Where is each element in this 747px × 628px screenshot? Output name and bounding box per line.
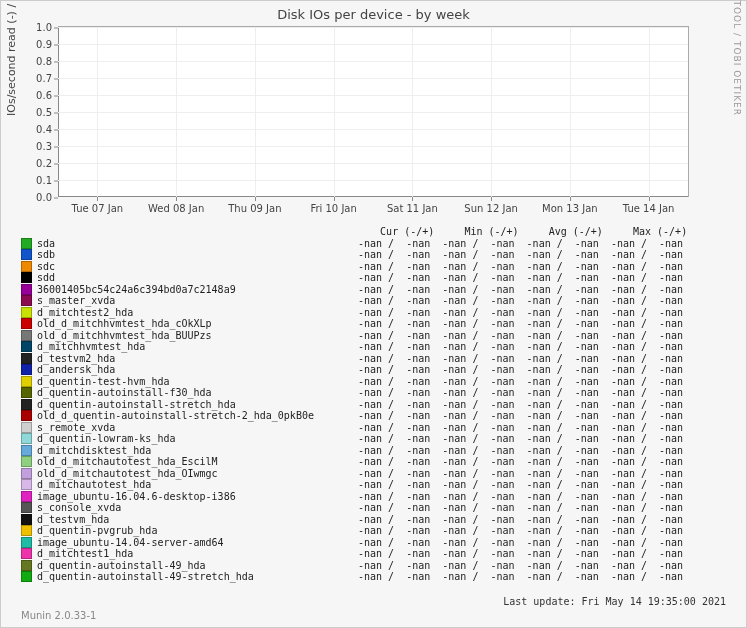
series-name: old_d_mitchhvmtest_hda_cOkXLp xyxy=(37,318,352,330)
series-values: -nan / -nan -nan / -nan -nan / -nan -nan… xyxy=(352,560,733,572)
legend-swatch xyxy=(21,525,32,536)
legend-row: d_testvm_hda -nan / -nan -nan / -nan -na… xyxy=(21,514,733,526)
series-name: d_mitchdisktest_hda xyxy=(37,445,352,457)
series-name: d_quentin-test-hvm_hda xyxy=(37,376,352,388)
y-tick: 0.3 xyxy=(36,141,52,152)
series-name: old_d_mitchautotest_hda_EscilM xyxy=(37,456,352,468)
legend-row: d_testvm2_hda -nan / -nan -nan / -nan -n… xyxy=(21,353,733,365)
legend-swatch xyxy=(21,514,32,525)
series-name: d_quentin-autoinstall-stretch_hda xyxy=(37,399,352,411)
x-tick: Tue 07 Jan xyxy=(72,203,124,214)
series-values: -nan / -nan -nan / -nan -nan / -nan -nan… xyxy=(352,238,733,250)
y-tick: 0.9 xyxy=(36,39,52,50)
legend-swatch xyxy=(21,422,32,433)
y-tick: 0.1 xyxy=(36,175,52,186)
series-name: d_andersk_hda xyxy=(37,364,352,376)
legend-swatch xyxy=(21,341,32,352)
legend-swatch xyxy=(21,387,32,398)
legend-swatch xyxy=(21,468,32,479)
series-values: -nan / -nan -nan / -nan -nan / -nan -nan… xyxy=(352,387,733,399)
legend-row: old_d_quentin-autoinstall-stretch-2_hda_… xyxy=(21,410,733,422)
legend-swatch xyxy=(21,560,32,571)
legend-swatch xyxy=(21,376,32,387)
series-values: -nan / -nan -nan / -nan -nan / -nan -nan… xyxy=(352,502,733,514)
series-values: -nan / -nan -nan / -nan -nan / -nan -nan… xyxy=(352,272,733,284)
series-values: -nan / -nan -nan / -nan -nan / -nan -nan… xyxy=(352,353,733,365)
legend-row: old_d_mitchautotest_hda_EscilM -nan / -n… xyxy=(21,456,733,468)
legend-row: image_ubuntu-14.04-server-amd64 -nan / -… xyxy=(21,537,733,549)
series-values: -nan / -nan -nan / -nan -nan / -nan -nan… xyxy=(352,261,733,273)
y-tick: 0.5 xyxy=(36,107,52,118)
x-tick: Sat 11 Jan xyxy=(387,203,438,214)
series-name: s_console_xvda xyxy=(37,502,352,514)
legend-row: sdb -nan / -nan -nan / -nan -nan / -nan … xyxy=(21,249,733,261)
series-name: d_testvm2_hda xyxy=(37,353,352,365)
series-values: -nan / -nan -nan / -nan -nan / -nan -nan… xyxy=(352,284,733,296)
series-values: -nan / -nan -nan / -nan -nan / -nan -nan… xyxy=(352,525,733,537)
series-values: -nan / -nan -nan / -nan -nan / -nan -nan… xyxy=(352,249,733,261)
series-values: -nan / -nan -nan / -nan -nan / -nan -nan… xyxy=(352,364,733,376)
series-values: -nan / -nan -nan / -nan -nan / -nan -nan… xyxy=(352,514,733,526)
legend-row: d_andersk_hda -nan / -nan -nan / -nan -n… xyxy=(21,364,733,376)
legend-row: d_quentin-pvgrub_hda -nan / -nan -nan / … xyxy=(21,525,733,537)
legend-row: d_quentin-autoinstall-stretch_hda -nan /… xyxy=(21,399,733,411)
legend-row: d_mitchautotest_hda -nan / -nan -nan / -… xyxy=(21,479,733,491)
y-tick: 1.0 xyxy=(36,22,52,33)
x-tick: Sun 12 Jan xyxy=(464,203,518,214)
series-name: s_master_xvda xyxy=(37,295,352,307)
legend-swatch xyxy=(21,284,32,295)
series-name: image_ubuntu-16.04.6-desktop-i386 xyxy=(37,491,352,503)
legend-swatch xyxy=(21,307,32,318)
series-values: -nan / -nan -nan / -nan -nan / -nan -nan… xyxy=(352,571,733,583)
series-values: -nan / -nan -nan / -nan -nan / -nan -nan… xyxy=(352,410,733,422)
legend-swatch xyxy=(21,399,32,410)
series-name: d_mitchtest2_hda xyxy=(37,307,352,319)
series-name: sda xyxy=(37,238,352,250)
series-name: sdb xyxy=(37,249,352,261)
series-values: -nan / -nan -nan / -nan -nan / -nan -nan… xyxy=(352,341,733,353)
y-axis-label: IOs/second read (-) / write (+) xyxy=(5,0,18,116)
tool-caption: RRDTOOL / TOBI OETIKER xyxy=(732,0,742,116)
legend-row: old_d_mitchautotest_hda_OIwmgc -nan / -n… xyxy=(21,468,733,480)
series-values: -nan / -nan -nan / -nan -nan / -nan -nan… xyxy=(352,468,733,480)
series-values: -nan / -nan -nan / -nan -nan / -nan -nan… xyxy=(352,456,733,468)
series-values: -nan / -nan -nan / -nan -nan / -nan -nan… xyxy=(352,422,733,434)
series-name: d_mitchtest1_hda xyxy=(37,548,352,560)
legend-swatch xyxy=(21,364,32,375)
legend-swatch xyxy=(21,410,32,421)
x-tick: Thu 09 Jan xyxy=(228,203,281,214)
series-name: d_quentin-autoinstall-49-stretch_hda xyxy=(37,571,352,583)
legend-row: d_mitchtest1_hda -nan / -nan -nan / -nan… xyxy=(21,548,733,560)
legend-row: d_mitchdisktest_hda -nan / -nan -nan / -… xyxy=(21,445,733,457)
legend-row: d_quentin-autoinstall-f30_hda -nan / -na… xyxy=(21,387,733,399)
series-name: 36001405bc54c24a6c394bd0a7c2148a9 xyxy=(37,284,352,296)
series-values: -nan / -nan -nan / -nan -nan / -nan -nan… xyxy=(352,491,733,503)
series-values: -nan / -nan -nan / -nan -nan / -nan -nan… xyxy=(352,537,733,549)
series-name: image_ubuntu-14.04-server-amd64 xyxy=(37,537,352,549)
series-values: -nan / -nan -nan / -nan -nan / -nan -nan… xyxy=(352,318,733,330)
legend-swatch xyxy=(21,261,32,272)
legend-row: image_ubuntu-16.04.6-desktop-i386 -nan /… xyxy=(21,491,733,503)
x-tick: Mon 13 Jan xyxy=(542,203,598,214)
legend-swatch xyxy=(21,571,32,582)
legend-swatch xyxy=(21,318,32,329)
legend-swatch xyxy=(21,295,32,306)
series-values: -nan / -nan -nan / -nan -nan / -nan -nan… xyxy=(352,445,733,457)
series-values: -nan / -nan -nan / -nan -nan / -nan -nan… xyxy=(352,399,733,411)
series-values: -nan / -nan -nan / -nan -nan / -nan -nan… xyxy=(352,295,733,307)
y-tick: 0.6 xyxy=(36,90,52,101)
chart-title: Disk IOs per device - by week xyxy=(1,7,746,22)
series-name: d_mitchautotest_hda xyxy=(37,479,352,491)
legend-row: s_remote_xvda -nan / -nan -nan / -nan -n… xyxy=(21,422,733,434)
legend-row: sda -nan / -nan -nan / -nan -nan / -nan … xyxy=(21,238,733,250)
legend-row: d_quentin-lowram-ks_hda -nan / -nan -nan… xyxy=(21,433,733,445)
x-tick: Tue 14 Jan xyxy=(623,203,675,214)
series-name: old_d_mitchhvmtest_hda_BUUPzs xyxy=(37,330,352,342)
legend-row: sdd -nan / -nan -nan / -nan -nan / -nan … xyxy=(21,272,733,284)
legend-row: d_mitchhvmtest_hda -nan / -nan -nan / -n… xyxy=(21,341,733,353)
legend-row: s_master_xvda -nan / -nan -nan / -nan -n… xyxy=(21,295,733,307)
legend-swatch xyxy=(21,330,32,341)
series-values: -nan / -nan -nan / -nan -nan / -nan -nan… xyxy=(352,433,733,445)
y-tick: 0.4 xyxy=(36,124,52,135)
legend-row: old_d_mitchhvmtest_hda_cOkXLp -nan / -na… xyxy=(21,318,733,330)
